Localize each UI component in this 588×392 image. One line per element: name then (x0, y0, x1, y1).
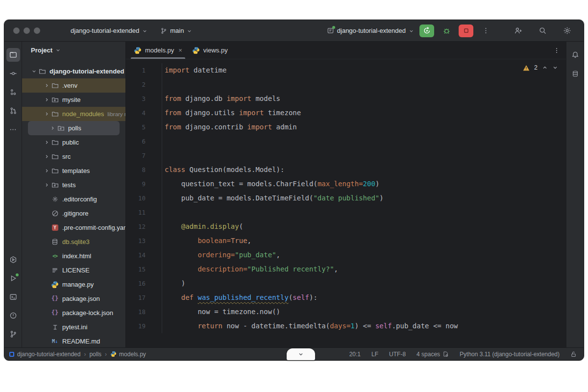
tree-item-index-html[interactable]: <>index.html (22, 249, 125, 263)
minimize-window-icon[interactable] (24, 27, 30, 34)
services-tool-button[interactable] (6, 253, 20, 267)
code-line-16[interactable]: 16 ) (126, 276, 566, 291)
project-panel-header[interactable]: Project (22, 42, 125, 58)
file-encoding[interactable]: UTF-8 (389, 351, 406, 358)
code-line-10[interactable]: 10 pub_date = models.DateTimeField("date… (126, 191, 566, 205)
run-tool-button[interactable] (6, 271, 20, 285)
code-line-18[interactable]: 18 now = timezone.now() (126, 305, 566, 319)
tree-item-package-json[interactable]: {}package.json (22, 292, 125, 306)
tab-views-py[interactable]: views.py (187, 42, 233, 59)
code-line-4[interactable]: 4from django.utils import timezone (126, 106, 566, 120)
stop-button[interactable] (459, 24, 473, 37)
tree-item-pytest-ini[interactable]: pytest.ini (22, 320, 125, 334)
debug-button[interactable] (439, 24, 454, 37)
window-controls[interactable] (13, 27, 40, 34)
database-tool-button[interactable] (568, 67, 582, 80)
tree-item-django-tutorial-extended[interactable]: django-tutorial-extended (22, 64, 125, 78)
chevron-right-icon[interactable] (43, 154, 50, 159)
close-tab-icon[interactable]: × (178, 47, 182, 54)
next-problem-icon[interactable] (552, 65, 558, 71)
more-horizontal-tool-button[interactable] (6, 122, 20, 136)
ide-window: django-tutorial-extended main django-tut… (4, 20, 584, 361)
code-line-6[interactable]: 6 (126, 134, 566, 148)
line-number: 19 (126, 319, 146, 333)
notifications-bell-tool-button[interactable] (568, 48, 582, 62)
tree-item-tests[interactable]: tests (22, 178, 125, 192)
tree-item-src[interactable]: src (22, 149, 125, 164)
tree-item--editorconfig[interactable]: .editorconfig (22, 192, 125, 206)
tab-options-kebab-icon[interactable] (547, 42, 566, 59)
settings-button[interactable] (560, 24, 574, 37)
tree-item-label: public (62, 139, 79, 146)
rerun-button[interactable] (419, 24, 434, 37)
tree-item-templates[interactable]: templates (22, 164, 125, 178)
code-line-14[interactable]: 14 ordering="pub_date", (126, 248, 566, 262)
tree-item-public[interactable]: public (22, 135, 125, 149)
code-line-11[interactable]: 11 (126, 205, 566, 220)
tree-item-label: package.json (62, 295, 100, 302)
tree-item-license[interactable]: LICENSE (22, 263, 125, 277)
code-line-17[interactable]: 17 def was_published_recently(self): (126, 291, 566, 305)
terminal-tool-button[interactable] (6, 290, 20, 304)
chevron-right-icon[interactable] (49, 125, 56, 131)
inspections-widget[interactable]: 2 (523, 64, 558, 71)
folder-icon (50, 167, 59, 174)
breadcrumb-django-tutorial-extended[interactable]: django-tutorial-extended (17, 351, 80, 358)
chevron-right-icon[interactable] (43, 140, 50, 145)
run-configuration-selector[interactable]: django-tutorial-extended (324, 25, 417, 36)
breadcrumb-models-py[interactable]: models.py (110, 351, 146, 358)
structure-tool-button[interactable] (6, 85, 20, 99)
pull-requests-tool-button[interactable] (6, 104, 20, 118)
project-folder-tool-button[interactable] (6, 48, 20, 62)
code-editor[interactable]: 1import datetime23from django.db import … (126, 59, 566, 347)
maximize-window-icon[interactable] (34, 27, 40, 34)
code-line-3[interactable]: 3from django.db import models (126, 92, 566, 106)
code-line-19[interactable]: 19 return now - datetime.timedelta(days=… (126, 319, 566, 333)
previous-problem-icon[interactable] (542, 65, 548, 71)
breadcrumbs[interactable]: django-tutorial-extended›polls›models.py (17, 351, 146, 358)
breadcrumb-polls[interactable]: polls (89, 351, 101, 358)
close-window-icon[interactable] (13, 27, 20, 34)
search-button[interactable] (535, 24, 550, 37)
problems-tool-button[interactable] (6, 309, 20, 322)
code-line-7[interactable]: 7 (126, 148, 566, 163)
chevron-down-icon[interactable] (30, 69, 38, 74)
code-line-5[interactable]: 5from django.contrib import admin (126, 120, 566, 134)
tree-item-node-modules[interactable]: node_moduleslibrary root (22, 107, 125, 121)
chevron-right-icon[interactable] (43, 111, 50, 117)
indent-setting[interactable]: 4 spaces (416, 351, 449, 358)
branch-selector[interactable]: main (157, 25, 195, 36)
code-line-1[interactable]: 1import datetime (126, 63, 566, 77)
chevron-right-icon[interactable] (43, 83, 50, 88)
tree-item-readme-md[interactable]: M↓README.md (22, 334, 125, 347)
chevron-right-icon[interactable] (43, 97, 50, 102)
commit-tool-button[interactable] (6, 67, 20, 80)
chevron-right-icon[interactable] (43, 168, 50, 173)
tree-item-mysite[interactable]: mysite (22, 93, 125, 107)
code-line-8[interactable]: 8class Question(models.Model): (126, 163, 566, 177)
code-line-2[interactable]: 2 (126, 77, 566, 92)
tree-item-polls[interactable]: polls (28, 121, 120, 135)
caret-position[interactable]: 20:1 (349, 351, 361, 358)
python-interpreter[interactable]: Python 3.11 (django-tutorial-extended) (460, 351, 560, 358)
tree-item-db-sqlite3[interactable]: db.sqlite3 (22, 235, 125, 249)
project-selector[interactable]: django-tutorial-extended (68, 25, 150, 36)
code-line-12[interactable]: 12 @admin.display( (126, 220, 566, 234)
code-line-15[interactable]: 15 description="Published recently?", (126, 262, 566, 276)
tree-item-package-lock-json[interactable]: {}package-lock.json (22, 306, 125, 320)
code-line-9[interactable]: 9 question_text = models.CharField(max_l… (126, 177, 566, 191)
tree-item--pre-commit-config-yaml[interactable]: Y.pre-commit-config.yaml (22, 220, 125, 235)
kebab-button[interactable] (478, 24, 493, 37)
git-branch-tool-button[interactable] (6, 327, 20, 341)
code-line-13[interactable]: 13 boolean=True, (126, 234, 566, 248)
tree-item--venv[interactable]: .venv (22, 78, 125, 93)
line-number: 3 (126, 92, 146, 106)
line-separator[interactable]: LF (371, 351, 378, 358)
line-number: 2 (126, 77, 146, 92)
tab-models-py[interactable]: models.py× (129, 42, 187, 59)
chevron-right-icon[interactable] (43, 182, 50, 188)
add-user-button[interactable] (511, 24, 525, 37)
tree-item--gitignore[interactable]: .gitignore (22, 206, 125, 220)
tree-item-manage-py[interactable]: manage.py (22, 277, 125, 292)
lock-open-icon[interactable] (570, 351, 577, 358)
